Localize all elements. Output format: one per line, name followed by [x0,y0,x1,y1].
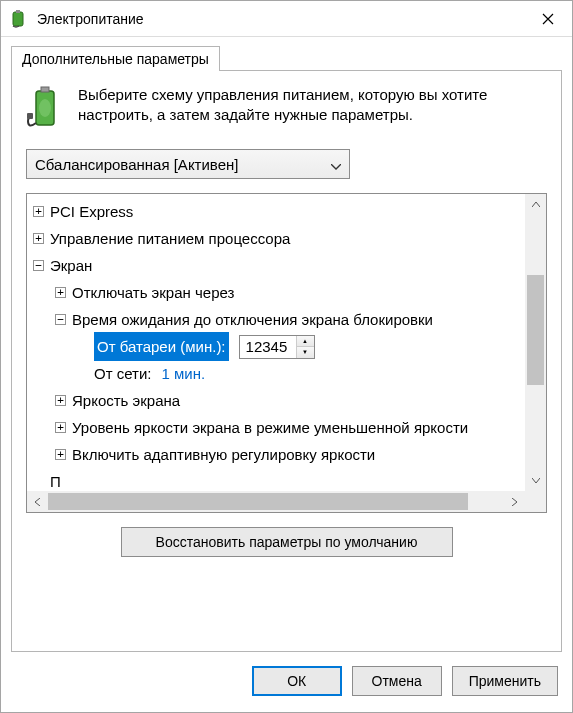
tree-item-screen[interactable]: − Экран [33,252,525,279]
tree-label: Включить адаптивную регулировку яркости [72,441,375,468]
restore-defaults-button[interactable]: Восстановить параметры по умолчанию [121,527,453,557]
spin-down-button[interactable]: ▼ [297,347,314,358]
tree-viewport: + PCI Express + Управление питанием проц… [27,194,525,491]
window-title: Электропитание [37,11,524,27]
scroll-corner [525,491,546,512]
expander-plus-icon[interactable]: + [33,206,44,217]
plugged-value[interactable]: 1 мин. [161,360,205,387]
tree-label: П [50,468,61,491]
scroll-down-button[interactable] [525,470,546,491]
svg-rect-3 [41,87,49,92]
expander-plus-icon[interactable]: + [33,233,44,244]
expander-minus-icon[interactable]: − [33,260,44,271]
chevron-up-icon [532,202,540,207]
tree-item-screen-off[interactable]: + Отключать экран через [33,279,525,306]
tree-item-battery-minutes[interactable]: От батареи (мин.): ▲ ▼ [33,333,525,360]
tree-label: Уровень яркости экрана в режиме уменьшен… [72,414,468,441]
intro-text: Выберите схему управления питанием, кото… [78,85,547,133]
chevron-right-icon [512,498,517,506]
scroll-up-button[interactable] [525,194,546,215]
horizontal-scrollbar[interactable] [27,491,525,512]
expander-plus-icon[interactable]: + [55,449,66,460]
tree-label: Управление питанием процессора [50,225,290,252]
svg-rect-1 [16,10,20,13]
battery-label-selected: От батареи (мин.): [94,332,229,361]
tree-label: Яркость экрана [72,387,180,414]
battery-large-icon [26,85,66,133]
battery-plug-icon [9,9,29,29]
close-button[interactable] [524,1,572,37]
tree-item-pci-express[interactable]: + PCI Express [33,198,525,225]
titlebar: Электропитание [1,1,572,37]
svg-point-4 [39,99,51,117]
scheme-select-row: Сбалансированная [Активен] [26,149,547,179]
chevron-down-icon [532,478,540,483]
vertical-scrollbar[interactable] [525,194,546,491]
scroll-thumb-h[interactable] [48,493,468,510]
chevron-left-icon [35,498,40,506]
tree-item-adaptive-brightness[interactable]: + Включить адаптивную регулировку яркост… [33,441,525,468]
tree-item-partial[interactable]: + П [33,468,525,491]
tree-label: PCI Express [50,198,133,225]
scheme-selected-label: Сбалансированная [Активен] [35,156,238,173]
spin-up-button[interactable]: ▲ [297,336,314,348]
tree-label: Время ожидания до отключения экрана блок… [72,306,433,333]
scroll-track-h[interactable] [48,491,504,512]
plugged-label: От сети: [94,360,151,387]
expander-minus-icon[interactable]: − [55,314,66,325]
tree-item-cpu-power[interactable]: + Управление питанием процессора [33,225,525,252]
tree-item-plugged-minutes[interactable]: От сети: 1 мин. [33,360,525,387]
tab-advanced[interactable]: Дополнительные параметры [11,46,220,71]
tree-item-dim-brightness[interactable]: + Уровень яркости экрана в режиме уменьш… [33,414,525,441]
battery-minutes-spinner[interactable]: ▲ ▼ [239,335,315,359]
scroll-right-button[interactable] [504,491,525,512]
expander-plus-icon[interactable]: + [55,287,66,298]
apply-button[interactable]: Применить [452,666,558,696]
scroll-thumb[interactable] [527,275,544,385]
cancel-button[interactable]: Отмена [352,666,442,696]
ok-button[interactable]: ОК [252,666,342,696]
chevron-down-icon [331,156,341,173]
intro-row: Выберите схему управления питанием, кото… [26,85,547,133]
tabstrip: Дополнительные параметры [1,37,572,70]
svg-rect-0 [13,12,23,26]
expander-plus-icon[interactable]: + [55,422,66,433]
power-scheme-dropdown[interactable]: Сбалансированная [Активен] [26,149,350,179]
settings-tree: + PCI Express + Управление питанием проц… [26,193,547,513]
battery-minutes-input[interactable] [240,336,296,358]
tree-label: Отключать экран через [72,279,234,306]
close-icon [542,13,554,25]
tree-label: Экран [50,252,92,279]
svg-rect-5 [27,113,33,119]
tree-item-brightness[interactable]: + Яркость экрана [33,387,525,414]
tree-item-lock-timeout[interactable]: − Время ожидания до отключения экрана бл… [33,306,525,333]
tab-panel: Выберите схему управления питанием, кото… [11,70,562,652]
expander-plus-icon[interactable]: + [55,395,66,406]
scroll-left-button[interactable] [27,491,48,512]
dialog-footer: ОК Отмена Применить [1,652,572,712]
power-options-dialog: Электропитание Дополнительные параметры … [0,0,573,713]
scroll-track[interactable] [525,215,546,470]
